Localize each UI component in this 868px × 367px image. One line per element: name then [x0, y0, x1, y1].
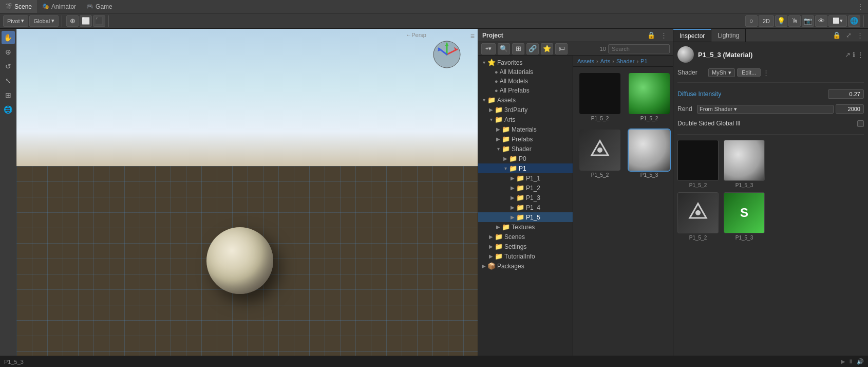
audio-btn[interactable]: 🔊 [857, 358, 864, 365]
topbar-menu-btn[interactable]: ⋮ [853, 3, 868, 11]
tex-p153-greens[interactable]: S P1_5_3 [724, 192, 765, 241]
tree-settings[interactable]: ▶ 📁 Settings [478, 242, 573, 251]
project-add-btn[interactable]: +▾ [481, 43, 496, 54]
2d-btn[interactable]: 2D [759, 15, 774, 27]
shader-row: Shader MySh ▾ Edit... ⋮ [677, 67, 864, 78]
scene-gizmo[interactable] [431, 39, 462, 70]
shader-edit-btn[interactable]: Edit... [737, 68, 761, 77]
transform-btn-2[interactable]: ⬜ [80, 15, 92, 27]
tree-favorites[interactable]: ▾ ⭐ Favorites [478, 58, 573, 67]
double-sided-checkbox[interactable] [857, 120, 864, 127]
tex-thumb-black-1 [677, 140, 719, 181]
tree-materials[interactable]: ▶ 📁 Materials [478, 124, 573, 134]
tex-thumb-unity-insp [677, 192, 719, 233]
project-search[interactable] [608, 44, 670, 53]
scene-view[interactable]: ←Persp ≡ [16, 29, 478, 356]
scene-sky [16, 29, 478, 176]
tab-inspector[interactable]: Inspector [673, 29, 711, 42]
camera-btn[interactable]: 📷 [802, 15, 814, 27]
material-info-btn[interactable]: ℹ [853, 51, 855, 59]
inspector-lock-btn[interactable]: 🔒 [831, 31, 842, 40]
tex-p152-black[interactable]: P1_5_2 [677, 140, 719, 188]
pivot-btn[interactable]: Pivot ▾ [3, 15, 28, 27]
tex-p152-unity[interactable]: P1_5_2 [677, 192, 719, 241]
project-tag-btn[interactable]: 🏷 [555, 43, 568, 54]
tree-all-prefabs[interactable]: ● All Prefabs [478, 86, 573, 95]
project-find-btn[interactable]: 🔍 [498, 43, 510, 54]
tree-p1-5[interactable]: ▶ 📁 P1_5 [478, 212, 573, 222]
tree-arts[interactable]: ▾ 📁 Arts [478, 115, 573, 124]
tex-thumb-sphere-insp [724, 140, 765, 181]
cursor-btn[interactable]: 🖱 [788, 15, 801, 27]
tree-shader[interactable]: ▾ 📁 Shader [478, 144, 573, 154]
tex-p153-sphere[interactable]: P1_5_3 [724, 140, 765, 188]
tree-p1-2[interactable]: ▶ 📁 P1_2 [478, 183, 573, 193]
tree-all-models[interactable]: ● All Models [478, 77, 573, 86]
project-link-btn[interactable]: 🔗 [526, 43, 539, 54]
material-open-btn[interactable]: ↗ [845, 51, 851, 59]
asset-p152-unity[interactable]: P1_5_2 [577, 127, 622, 180]
tree-all-materials[interactable]: ● All Materials [478, 67, 573, 77]
scene-icon: 🎬 [5, 3, 12, 10]
bottom-path: P1_5_3 [4, 359, 837, 365]
display-btn[interactable]: ⬜▾ [828, 15, 847, 27]
hand-tool[interactable]: ✋ [2, 31, 15, 44]
transform-tool[interactable]: 🌐 [2, 103, 15, 116]
tab-lighting[interactable]: Lighting [711, 29, 746, 42]
project-lock-btn[interactable]: 🔒 [646, 31, 657, 40]
breadcrumb-assets[interactable]: Assets [577, 58, 594, 64]
scale-tool[interactable]: ⤡ [2, 74, 15, 87]
tree-p1-4[interactable]: ▶ 📁 P1_4 [478, 203, 573, 212]
tree-prefabs[interactable]: ▶ 📁 Prefabs [478, 134, 573, 144]
project-star-btn[interactable]: ⭐ [541, 43, 553, 54]
rotate-tool[interactable]: ↺ [2, 60, 15, 73]
tree-p0[interactable]: ▶ 📁 P0 [478, 154, 573, 163]
asset-thumb-sphere [629, 130, 670, 171]
tab-game[interactable]: 🎮 Game [81, 0, 118, 13]
rend-dropdown[interactable]: From Shader ▾ [697, 105, 834, 114]
move-tool[interactable]: ⊕ [2, 45, 15, 59]
shader-options-btn[interactable]: ⋮ [763, 69, 769, 77]
tree-textures[interactable]: ▶ 📁 Textures [478, 222, 573, 232]
shader-dropdown[interactable]: MySh ▾ [708, 68, 735, 77]
pause-btn[interactable]: ⏸ [848, 358, 854, 365]
inspector-menu-btn[interactable]: ⋮ [855, 31, 865, 40]
tree-p1-3[interactable]: ▶ 📁 P1_3 [478, 193, 573, 203]
tree-assets[interactable]: ▾ 📁 Assets [478, 95, 573, 105]
project-title: Project [482, 32, 503, 39]
sphere-view-btn[interactable]: ○ [745, 15, 758, 27]
transform-btn-1[interactable]: ⊕ [66, 15, 79, 27]
asset-p152-black[interactable]: P1_5_2 [577, 71, 622, 123]
tab-scene[interactable]: 🎬 Scene [0, 0, 37, 13]
diffuse-intensity-input[interactable] [828, 89, 864, 99]
rend-number-input[interactable] [836, 104, 864, 114]
globe-btn[interactable]: 🌐 [848, 15, 860, 27]
tex-col-right: P1_5_3 S P1_5_3 [724, 140, 765, 241]
tree-scenes[interactable]: ▶ 📁 Scenes [478, 232, 573, 242]
light-btn[interactable]: 💡 [775, 15, 787, 27]
tree-packages[interactable]: ▶ 📦 Packages [478, 261, 573, 271]
tree-p1-1[interactable]: ▶ 📁 P1_1 [478, 173, 573, 183]
project-header: Project 🔒 ⋮ [478, 29, 673, 42]
project-filter-btn[interactable]: ⊞ [512, 43, 524, 54]
global-btn[interactable]: Global ▾ [29, 15, 59, 27]
project-menu-btn[interactable]: ⋮ [659, 31, 669, 40]
tab-animator[interactable]: 🎭 Animator [37, 0, 81, 13]
breadcrumb-p1[interactable]: P1 [640, 58, 647, 64]
breadcrumb: Assets › Arts › Shader › P1 [573, 56, 673, 67]
inspector-expand-btn[interactable]: ⤢ [844, 31, 853, 40]
play-btn[interactable]: ▶ [841, 358, 845, 365]
eye-btn[interactable]: 👁 [815, 15, 827, 27]
divider-2 [677, 134, 864, 135]
tree-p1[interactable]: ▾ 📁 P1 [478, 163, 573, 173]
tree-3rdparty[interactable]: ▶ 📁 3rdParty [478, 105, 573, 115]
material-menu-btn[interactable]: ⋮ [857, 51, 864, 59]
breadcrumb-shader[interactable]: Shader [616, 58, 634, 64]
asset-p152-green[interactable]: P1_5_2 [627, 71, 672, 123]
asset-p153-sphere[interactable]: P1_5_3 [627, 127, 672, 180]
breadcrumb-arts[interactable]: Arts [600, 58, 611, 64]
rect-tool[interactable]: ⊞ [2, 88, 15, 102]
tree-tutorialinfo[interactable]: ▶ 📁 TutorialInfo [478, 251, 573, 261]
scene-menu-icon[interactable]: ≡ [470, 32, 475, 40]
transform-btn-3[interactable]: ⬛ [93, 15, 105, 27]
